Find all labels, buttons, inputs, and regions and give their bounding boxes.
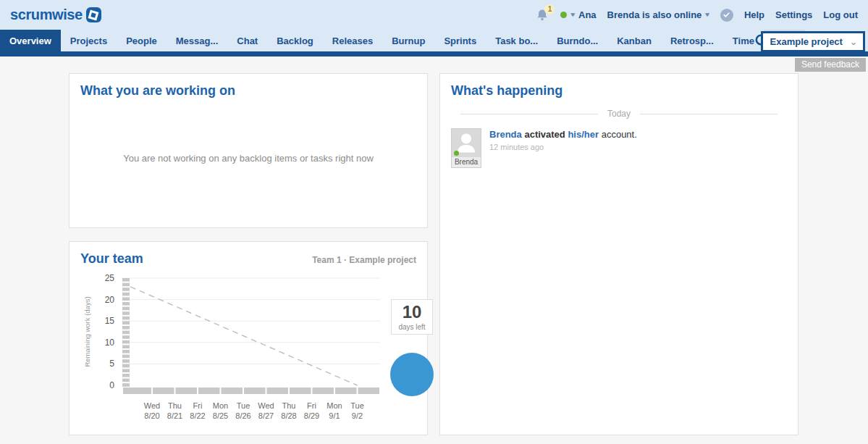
svg-text:8/29: 8/29 (304, 411, 319, 419)
others-online-menu[interactable]: Brenda is also online ▾ (607, 9, 709, 20)
today-divider: Today (460, 109, 778, 119)
tab-retrosp[interactable]: Retrosp... (661, 30, 723, 51)
svg-text:Tue: Tue (237, 401, 250, 410)
svg-text:8/26: 8/26 (235, 411, 250, 419)
settings-link[interactable]: Settings (775, 9, 812, 20)
svg-text:20: 20 (105, 295, 115, 305)
activity-item: Brenda Brenda activated his/her account.… (440, 119, 798, 168)
svg-text:8/28: 8/28 (281, 411, 296, 419)
top-bar-right: 1 ▾ Ana Brenda is also online ▾ Help Set… (535, 8, 858, 22)
burndown-chart: 0510152025Remaining work (days)Wed8/20Th… (80, 271, 390, 419)
svg-text:8/21: 8/21 (167, 411, 182, 419)
nav-bottom-strip (0, 51, 868, 56)
svg-text:10: 10 (105, 338, 115, 348)
svg-text:Wed: Wed (144, 401, 160, 410)
tab-releases[interactable]: Releases (323, 30, 382, 51)
svg-text:Mon: Mon (213, 401, 228, 410)
working-on-panel: What you are working on You are not work… (69, 73, 428, 228)
chevron-down-icon: ⌄ (850, 37, 857, 47)
tab-kanban[interactable]: Kanban (607, 30, 661, 51)
working-on-title: What you are working on (80, 83, 416, 99)
whats-happening-title: What's happening (440, 83, 798, 99)
svg-text:8/27: 8/27 (258, 411, 274, 419)
status-check-button[interactable] (720, 9, 733, 22)
your-team-panel: Your team Team 1 · Example project 05101… (69, 241, 428, 435)
working-on-empty-message: You are not working on any backlog items… (80, 99, 416, 218)
top-bar: scrumwise 1 ▾ Ana Brenda is also online … (0, 0, 868, 30)
activity-text: Brenda activated his/her account. (489, 128, 637, 141)
avatar-image (452, 129, 481, 157)
activity-actor-link[interactable]: Brenda (489, 129, 522, 140)
left-column: What you are working on You are not work… (69, 73, 428, 435)
tab-burndo[interactable]: Burndo... (547, 30, 607, 51)
whats-happening-panel: What's happening Today Brenda (439, 73, 799, 435)
send-feedback-button[interactable]: Send feedback (795, 58, 866, 72)
notification-count-badge: 1 (544, 4, 555, 14)
your-team-title: Your team (80, 251, 143, 267)
tab-backlog[interactable]: Backlog (267, 30, 323, 51)
svg-text:5: 5 (109, 359, 114, 369)
today-label: Today (607, 109, 631, 119)
scrumwise-logo-icon (86, 7, 101, 22)
project-selector-dropdown[interactable]: Example project ⌄ (761, 31, 866, 52)
svg-text:Mon: Mon (326, 401, 342, 410)
tab-overview[interactable]: Overview (0, 30, 61, 51)
svg-text:Fri: Fri (307, 401, 316, 410)
tab-messag[interactable]: Messag... (167, 30, 228, 51)
svg-text:Wed: Wed (258, 401, 274, 410)
notifications-bell-button[interactable]: 1 (535, 8, 549, 22)
days-left-label: days left (398, 323, 425, 331)
chevron-down-icon: ▾ (705, 11, 709, 18)
check-icon (722, 11, 730, 19)
burndown-chart-row: 0510152025Remaining work (days)Wed8/20Th… (80, 271, 427, 419)
svg-text:25: 25 (105, 273, 115, 283)
app-header: scrumwise 1 ▾ Ana Brenda is also online … (0, 0, 868, 56)
current-user-name: Ana (578, 9, 597, 20)
svg-text:8/25: 8/25 (213, 411, 228, 419)
svg-text:Thu: Thu (282, 401, 296, 410)
tab-people[interactable]: People (117, 30, 167, 51)
svg-text:15: 15 (105, 316, 115, 326)
logo-text: scrumwise (10, 7, 83, 23)
user-presence-menu[interactable]: ▾ Ana (560, 9, 596, 20)
svg-text:8/20: 8/20 (144, 411, 159, 419)
activity-action: activated (524, 129, 565, 140)
main-content: What you are working on You are not work… (0, 56, 868, 435)
svg-text:9/1: 9/1 (329, 411, 340, 419)
logout-link[interactable]: Log out (823, 9, 858, 20)
avatar-name-label: Brenda (452, 157, 481, 167)
right-column: What's happening Today Brenda (439, 73, 799, 435)
team-circle-graphic (390, 353, 434, 396)
tab-task-bo[interactable]: Task bo... (486, 30, 547, 51)
svg-text:Tue: Tue (350, 401, 364, 410)
help-link[interactable]: Help (744, 9, 764, 20)
svg-text:Thu: Thu (168, 401, 182, 410)
activity-timestamp: 12 minutes ago (489, 143, 637, 151)
tab-burnup[interactable]: Burnup (382, 30, 434, 51)
svg-text:Fri: Fri (193, 401, 203, 410)
chevron-down-icon: ▾ (570, 11, 575, 18)
activity-object-link[interactable]: his/her (568, 129, 599, 140)
avatar[interactable]: Brenda (451, 128, 481, 168)
team-project-subtitle: Team 1 · Example project (312, 255, 416, 265)
scrumwise-logo[interactable]: scrumwise (10, 7, 101, 23)
days-left-box: 10 days left (391, 299, 433, 335)
svg-text:8/22: 8/22 (190, 411, 205, 419)
svg-text:Remaining work (days): Remaining work (days) (83, 296, 91, 366)
project-selector-value: Example project (770, 36, 843, 47)
days-left-value: 10 (403, 303, 422, 321)
sprint-widgets: 10 days left (390, 299, 434, 419)
svg-text:0: 0 (109, 380, 114, 390)
tab-sprints[interactable]: Sprints (434, 30, 486, 51)
tab-chat[interactable]: Chat (227, 30, 267, 51)
activity-suffix: account. (602, 129, 637, 140)
nav-tabs: OverviewProjectsPeopleMessag...ChatBackl… (0, 30, 759, 51)
others-online-text: Brenda is also online (607, 9, 702, 20)
online-status-dot (560, 12, 567, 18)
tab-projects[interactable]: Projects (61, 30, 117, 51)
svg-text:9/2: 9/2 (352, 411, 363, 419)
online-status-dot (454, 151, 459, 156)
